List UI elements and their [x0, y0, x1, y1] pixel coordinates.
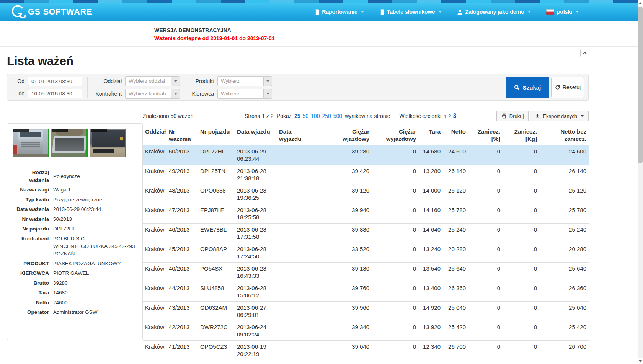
show-suffix: wyników na stronie [345, 113, 390, 119]
column-header[interactable]: Nr pojazdu [198, 125, 235, 145]
column-header[interactable]: Ciężar wyjazdowy [372, 125, 418, 145]
menu-tabele-slownikowe[interactable]: Tabele słownikowe [379, 9, 442, 15]
table-cell: 26 700 [539, 340, 589, 360]
dropdown-button[interactable] [263, 76, 272, 86]
table-cell: 0 [372, 184, 418, 204]
produkt-select[interactable]: Wybierz [217, 76, 272, 86]
detail-field-row: Data ważenia2013-06-29 06:23:44 [12, 206, 135, 215]
detail-field-row: Nr pojazduDPL72HF [12, 225, 135, 235]
font-size-option[interactable]: 3 [453, 113, 457, 119]
dropdown-button[interactable] [263, 89, 272, 99]
results-toolbar: Znaleziono 50 ważeń. Strona 1 z 2 Pokaż … [143, 111, 589, 121]
menu-language[interactable]: polski [546, 9, 579, 15]
menu-raportowanie[interactable]: Raportowanie [314, 9, 364, 15]
szukaj-button[interactable]: Szukaj [506, 77, 549, 98]
column-header[interactable]: Tara [418, 125, 443, 145]
table-row[interactable]: Kraków46/2013EWE78BL2013-06-28 17:31:583… [143, 223, 589, 243]
vertical-scrollbar[interactable] [638, 0, 643, 364]
dropdown-button[interactable] [171, 76, 180, 86]
gs-software-logo[interactable]: GS SOFTWARE [10, 5, 92, 19]
column-header[interactable]: Zaniecz. [Kg] [503, 125, 539, 145]
triangle-up-icon [639, 2, 642, 4]
page-size-option[interactable]: 100 [311, 113, 320, 119]
table-cell: 39 960 [322, 301, 372, 321]
detail-field-value: 24600 [49, 299, 135, 309]
column-header[interactable]: Ciężar wjazdowy [322, 125, 372, 145]
scrollbar-up-button[interactable] [638, 0, 643, 6]
detail-field-value: Waga 1 [49, 186, 135, 196]
column-header[interactable]: Zaniecz. [%] [468, 125, 503, 145]
table-row[interactable]: Kraków44/2013SLU48582013-06-28 15:06:123… [143, 282, 589, 301]
table-cell: OPO0538 [198, 184, 235, 204]
kontrahent-select[interactable]: Wybierz kontrah... [125, 89, 180, 99]
table-row[interactable]: Kraków42/2013DWR272C2013-06-24 09:02:243… [143, 321, 589, 340]
photo-decor [93, 149, 114, 153]
chevron-down-icon [174, 80, 177, 82]
page-size-option[interactable]: 50 [303, 113, 309, 119]
column-header[interactable]: Nr ważenia [166, 125, 198, 145]
search-icon [514, 85, 520, 90]
vehicle-photo-rear[interactable] [90, 129, 126, 157]
column-header[interactable]: Data wjazdu [235, 125, 277, 145]
column-header[interactable]: Netto bez zaniecz. [539, 125, 589, 145]
font-size-option[interactable]: 1 [444, 114, 446, 119]
kierowca-label: Kierowca [190, 91, 214, 97]
vehicle-photo-cargo[interactable] [51, 129, 88, 157]
main-menu: Raportowanie Tabele słownikowe Zalogowan… [314, 9, 579, 15]
eksport-danych-button[interactable]: Eksport danych [530, 111, 589, 121]
scroll-to-top-button[interactable] [580, 49, 589, 57]
page-title: Lista ważeń [7, 54, 638, 68]
page-size-option[interactable]: 500 [333, 113, 342, 119]
table-cell: 26 700 [443, 340, 468, 360]
page-size-option[interactable]: 250 [322, 113, 331, 119]
scrollbar-down-button[interactable] [638, 358, 643, 364]
filter-bar: Od do Oddział Wybierz oddział Kontrahent… [7, 74, 589, 101]
strip-segment [49, 0, 73, 3]
table-row[interactable]: Kraków43/2013GD632AM2013-06-27 06:29:013… [143, 301, 589, 321]
table-row[interactable]: Kraków49/2013DPL25TN2013-06-28 21:38:183… [143, 165, 589, 184]
table-row[interactable]: Kraków40/2013PO54SX2013-06-28 16:43:3339… [143, 262, 589, 282]
kierowca-select[interactable]: Wybierz [217, 89, 272, 99]
table-row[interactable]: Kraków41/2013OPO5CZ32013-06-19 20:22:193… [143, 340, 589, 360]
photo-decor [120, 137, 123, 140]
table-cell [277, 145, 322, 165]
drukuj-button[interactable]: Drukuj [496, 111, 529, 121]
vehicle-photo-front[interactable] [13, 129, 49, 157]
date-to-input[interactable] [28, 89, 82, 98]
chevron-down-icon [528, 11, 531, 13]
table-cell: 0 [503, 321, 539, 340]
table-cell: 25 640 [443, 262, 468, 282]
scrollbar-thumb[interactable] [638, 7, 643, 163]
table-row[interactable]: Kraków50/2013DPL72HF2013-06-29 06:23:443… [143, 145, 589, 165]
column-header[interactable]: Oddział [143, 125, 166, 145]
table-cell: 0 [503, 145, 539, 165]
table-cell: 2013-06-24 09:02:24 [235, 321, 277, 340]
table-cell [277, 282, 322, 301]
table-row[interactable]: Kraków48/2013OPO05382013-06-28 19:36:253… [143, 184, 589, 204]
photo-timestamp-overlay [13, 129, 29, 132]
toolbar-buttons: Drukuj Eksport danych [496, 111, 589, 121]
dropdown-button[interactable] [171, 89, 180, 99]
font-size-option[interactable]: 2 [448, 113, 451, 119]
page-size-option[interactable]: 25 [294, 113, 300, 119]
date-from-input[interactable] [28, 77, 82, 86]
table-cell: 0 [503, 282, 539, 301]
results-count: Znaleziono 50 ważeń. [143, 113, 245, 119]
table-cell: 0 [503, 204, 539, 223]
table-cell: Kraków [143, 301, 166, 321]
menu-logged-in-user[interactable]: Zalogowany jako demo [457, 9, 531, 15]
table-cell: 24 600 [443, 145, 468, 165]
detail-field-value: PIASEK POZAGATUNKOWY [49, 260, 135, 270]
table-cell [277, 204, 322, 223]
table-cell: 0 [468, 243, 503, 262]
table-cell: OPO88AP [198, 243, 235, 262]
table-cell: 0 [503, 184, 539, 204]
column-header[interactable]: Data wyjazdu [277, 125, 322, 145]
resetuj-button[interactable]: Resetuj [551, 77, 584, 98]
column-header[interactable]: Netto [443, 125, 468, 145]
table-row[interactable]: Kraków45/2013OPO88AP2013-06-28 17:24:503… [143, 243, 589, 262]
detail-field-value: DPL72HF [49, 225, 135, 235]
oddzial-select[interactable]: Wybierz oddział [125, 76, 180, 86]
table-cell: 25 040 [443, 301, 468, 321]
table-row[interactable]: Kraków47/2013EPJ87LE2013-06-28 18:25:583… [143, 204, 589, 223]
